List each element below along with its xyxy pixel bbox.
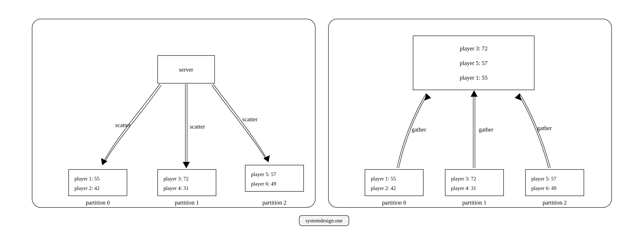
server-box: server (158, 56, 214, 83)
right-partition-1: player 3: 72 player 4: 31 partition 1 (445, 169, 504, 206)
result-line-0: player 3: 72 (460, 45, 488, 52)
scatter-label-2: scatter (242, 116, 258, 123)
left-partition-1: player 3: 72 player 4: 31 partition 1 (158, 169, 216, 206)
gather-arrow-1: gather (470, 90, 493, 168)
partition-0-caption: partition 0 (86, 199, 110, 206)
r-partition-0-line-0: player 1: 55 (371, 176, 396, 182)
svg-rect-9 (526, 169, 584, 196)
scatter-arrow-0: scatter (101, 84, 161, 165)
left-partition-0: player 1: 55 player 2: 42 partition 0 (68, 169, 127, 206)
r-partition-1-line-1: player 4: 31 (451, 185, 476, 191)
r-partition-2-line-0: player 5: 57 (531, 176, 556, 182)
gather-arrow-2: gather (515, 94, 552, 168)
r-partition-0-line-1: player 2: 42 (371, 185, 396, 191)
r-partition-1-caption: partition 1 (462, 199, 486, 206)
svg-rect-3 (158, 169, 216, 196)
r-partition-0-caption: partition 0 (382, 199, 406, 206)
result-line-1: player 5: 57 (460, 60, 488, 66)
partition-2-line-1: player 6: 49 (251, 181, 276, 187)
partition-2-line-0: player 5: 57 (251, 171, 276, 177)
partition-1-line-1: player 4: 31 (164, 185, 188, 191)
svg-rect-8 (445, 169, 504, 196)
scatter-arrow-2: scatter (212, 84, 270, 162)
site-badge-text: systemdesign.one (306, 218, 343, 223)
server-label: server (179, 66, 193, 73)
gather-arrow-0: gather (397, 94, 431, 168)
partition-0-line-1: player 2: 42 (74, 185, 100, 191)
result-line-2: player 1: 55 (460, 74, 488, 81)
right-partition-2: player 5: 57 player 6: 49 partition 2 (526, 169, 584, 206)
site-badge: systemdesign.one (299, 215, 349, 226)
scatter-arrow-1: scatter (183, 84, 205, 168)
svg-rect-4 (245, 165, 304, 191)
partition-1-caption: partition 1 (175, 199, 199, 206)
partition-1-line-0: player 3: 72 (164, 176, 188, 182)
gather-label-0: gather (412, 126, 426, 133)
gather-label-1: gather (479, 126, 493, 133)
r-partition-2-caption: partition 2 (542, 199, 567, 206)
right-partition-0: player 1: 55 player 2: 42 partition 0 (365, 169, 423, 206)
scatter-label-1: scatter (190, 123, 205, 130)
result-box: player 3: 72 player 5: 57 player 1: 55 (413, 36, 534, 90)
partition-0-line-0: player 1: 55 (74, 176, 100, 182)
right-panel: player 3: 72 player 5: 57 player 1: 55 g… (328, 19, 612, 207)
left-panel: server scatter scatter scatter player 1 (32, 19, 315, 207)
svg-rect-7 (365, 169, 423, 196)
r-partition-1-line-0: player 3: 72 (451, 176, 476, 182)
svg-rect-2 (68, 169, 127, 196)
gather-label-2: gather (537, 125, 552, 131)
r-partition-2-line-1: player 6: 49 (531, 185, 556, 191)
scatter-label-0: scatter (115, 122, 130, 128)
left-partition-2: player 5: 57 player 6: 49 partition 2 (245, 165, 304, 206)
partition-2-caption: partition 2 (262, 199, 286, 206)
